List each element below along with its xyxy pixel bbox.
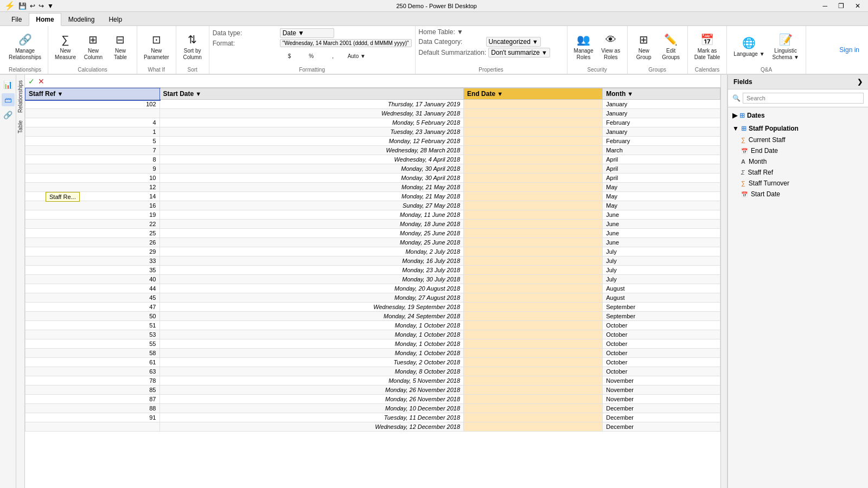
col-header-staffref[interactable]: Staff Ref ▼ [25, 88, 160, 100]
table-row[interactable]: 7Wednesday, 28 March 2018March [25, 146, 720, 155]
close-button[interactable]: ✕ [852, 2, 864, 10]
table-row[interactable]: 9Monday, 30 April 2018April [25, 164, 720, 174]
fields-panel: Fields ❯ 🔍 ▶ ⊞ Dates ▼ ⊞ Staff Popul [727, 75, 868, 488]
sign-in-button[interactable]: Sign in [833, 44, 866, 56]
data-type-text: Date [283, 29, 296, 37]
comma-button[interactable]: , [323, 48, 343, 63]
view-label-relationships[interactable]: Relationships [16, 77, 24, 116]
percent-button[interactable]: % [302, 48, 321, 63]
table-row[interactable]: 102Thursday, 17 January 2019January [25, 100, 720, 109]
ribbon-group-whatif-items: ⊡ New Parameter [141, 28, 173, 66]
table-row[interactable]: 61Tuesday, 2 October 2018October [25, 358, 720, 367]
fields-collapse-icon[interactable]: ❯ [857, 78, 863, 86]
table-row[interactable]: 8Wednesday, 4 April 2018April [25, 155, 720, 164]
col-header-enddate[interactable]: End Date ▼ [464, 88, 603, 100]
table-row[interactable]: 44Monday, 20 August 2018August [25, 284, 720, 293]
field-item-staffref[interactable]: Σ Staff Ref [728, 167, 868, 178]
new-table-button[interactable]: ⊟ New Table [107, 30, 133, 64]
field-item-startdate[interactable]: 📅 Start Date [728, 189, 868, 200]
table-row[interactable]: 4Monday, 5 February 2018February [25, 118, 720, 127]
sort-by-column-button[interactable]: ⇅ Sort by Column [180, 30, 206, 64]
data-category-text: Uncategorized [489, 38, 531, 46]
table-row[interactable]: 22Monday, 18 June 2018June [25, 220, 720, 229]
restore-button[interactable]: ❐ [835, 2, 847, 10]
table-row[interactable]: 14Monday, 21 May 2018May [25, 192, 720, 201]
table-row[interactable]: 51Monday, 1 October 2018October [25, 321, 720, 330]
language-button[interactable]: 🌐 Language ▼ [730, 30, 768, 64]
formula-check-icon[interactable]: ✓ [28, 77, 35, 86]
new-column-button[interactable]: ⊞ New Column [80, 30, 106, 64]
cell-enddate [464, 321, 603, 330]
table-row[interactable]: 1Tuesday, 23 January 2018January [25, 127, 720, 137]
new-parameter-label: New Parameter [144, 48, 169, 61]
table-row[interactable]: 55Monday, 1 October 2018October [25, 339, 720, 349]
data-category-value[interactable]: Uncategorized ▼ [486, 37, 541, 47]
table-row[interactable]: 10Monday, 30 April 2018April [25, 174, 720, 183]
table-row[interactable]: 19Monday, 11 June 2018June [25, 210, 720, 220]
tab-help[interactable]: Help [101, 13, 129, 25]
table-row[interactable]: 88Monday, 10 December 2018December [25, 404, 720, 413]
edit-groups-button[interactable]: ✏️ Edit Groups [658, 30, 684, 64]
table-row[interactable]: 47Wednesday, 19 September 2018September [25, 303, 720, 312]
search-input[interactable] [743, 93, 864, 104]
table-row[interactable]: 16Sunday, 27 May 2018May [25, 201, 720, 210]
col-header-month[interactable]: Month ▼ [603, 88, 720, 100]
sidebar-icon-model[interactable]: 🔗 [2, 108, 15, 121]
mark-as-date-table-button[interactable]: 📅 Mark as Date Table [691, 30, 724, 64]
format-value[interactable]: "Wednesday, 14 March 2001 (dddd, d MMMM … [280, 39, 412, 47]
table-row[interactable]: 63Monday, 8 October 2018October [25, 367, 720, 376]
redo-icon[interactable]: ↪ [39, 2, 44, 10]
field-group-staffpopulation-header[interactable]: ▼ ⊞ Staff Population [728, 123, 868, 134]
linguistic-schema-button[interactable]: 📝 Linguistic Schema ▼ [769, 30, 802, 64]
table-row[interactable]: 40Monday, 30 July 2018July [25, 275, 720, 284]
new-measure-button[interactable]: ∑ New Measure [52, 30, 79, 64]
field-group-dates-header[interactable]: ▶ ⊞ Dates [728, 110, 868, 121]
view-label-table[interactable]: Table [16, 117, 24, 137]
table-row[interactable]: 35Monday, 23 July 2018July [25, 266, 720, 275]
minimize-button[interactable]: ─ [819, 2, 831, 10]
manage-roles-button[interactable]: 👥 Manage Roles [571, 30, 597, 64]
table-row[interactable]: 12Monday, 21 May 2018May [25, 183, 720, 192]
vertical-scrollbar[interactable] [720, 75, 727, 488]
table-row[interactable]: 85Monday, 26 November 2018November [25, 386, 720, 395]
table-row[interactable]: 91Tuesday, 11 December 2018December [25, 413, 720, 422]
cell-startdate: Tuesday, 23 January 2018 [159, 127, 464, 137]
table-row[interactable]: 50Monday, 24 September 2018September [25, 312, 720, 321]
table-row[interactable]: Wednesday, 31 January 2018January [25, 109, 720, 118]
quick-access-dropdown[interactable]: ▼ [47, 2, 54, 10]
new-group-button[interactable]: ⊞ New Group [631, 30, 657, 64]
field-item-month[interactable]: A Month [728, 156, 868, 167]
table-row[interactable]: 53Monday, 1 October 2018October [25, 330, 720, 339]
file-menu-icon[interactable]: 💾 [18, 2, 27, 10]
sidebar-icon-report[interactable]: 📊 [2, 78, 15, 91]
table-row[interactable]: 29Monday, 2 July 2018July [25, 247, 720, 256]
default-summ-value[interactable]: Don't summarize ▼ [488, 48, 550, 57]
tab-home[interactable]: Home [29, 13, 61, 26]
view-as-roles-button[interactable]: 👁 View as Roles [598, 30, 624, 64]
auto-button[interactable]: Auto ▼ [345, 48, 368, 63]
table-row[interactable]: 25Monday, 25 June 2018June [25, 229, 720, 238]
data-type-value[interactable]: Date ▼ [280, 28, 334, 38]
field-item-enddate[interactable]: 📅 End Date [728, 145, 868, 156]
table-row[interactable]: 5Monday, 12 February 2018February [25, 137, 720, 146]
table-row[interactable]: Wednesday, 12 December 2018December [25, 422, 720, 432]
field-item-staffturnover[interactable]: ∑ Staff Turnover [728, 178, 868, 189]
table-row[interactable]: 45Monday, 27 August 2018August [25, 293, 720, 303]
table-row[interactable]: 58Monday, 1 October 2018October [25, 349, 720, 358]
col-enddate-label: End Date [467, 90, 495, 98]
undo-icon[interactable]: ↩ [30, 2, 35, 10]
tab-file[interactable]: File [4, 13, 29, 25]
formula-x-icon[interactable]: ✕ [38, 77, 44, 86]
data-type-dropdown[interactable]: ▼ [298, 29, 304, 37]
table-row[interactable]: 87Monday, 26 November 2018November [25, 395, 720, 404]
new-parameter-button[interactable]: ⊡ New Parameter [141, 30, 173, 64]
col-header-startdate[interactable]: Start Date ▼ [159, 88, 464, 100]
field-item-currentstaff[interactable]: ∑ Current Staff [728, 134, 868, 145]
table-row[interactable]: 33Monday, 16 July 2018July [25, 256, 720, 266]
manage-relationships-button[interactable]: 🔗 Manage Relationships [5, 30, 44, 64]
table-row[interactable]: 26Monday, 25 June 2018June [25, 238, 720, 247]
tab-modeling[interactable]: Modeling [61, 13, 102, 25]
table-row[interactable]: 78Monday, 5 November 2018November [25, 376, 720, 386]
sidebar-icon-data[interactable]: 🗃 [2, 93, 15, 106]
currency-button[interactable]: $ [280, 48, 299, 63]
